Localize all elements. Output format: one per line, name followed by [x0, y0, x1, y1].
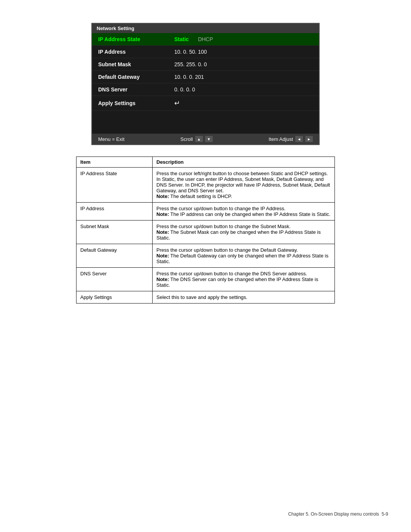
table-desc-2: Press the cursor up/down button to chang…: [153, 220, 335, 244]
osd-row-dns-server[interactable]: DNS Server 0. 0. 0. 0: [92, 83, 319, 96]
table-item-0: IP Address State: [76, 168, 153, 203]
table-row: IP Address StatePress the cursor left/ri…: [76, 168, 335, 203]
osd-label-default-gateway: Default Gateway: [98, 74, 174, 80]
table-desc-4: Press the cursor up/down button to chang…: [153, 268, 335, 291]
col-item-header: Item: [76, 157, 153, 168]
osd-footer-item-adjust: Item Adjust ◄ ►: [269, 136, 313, 142]
osd-label-ip-address: IP Address: [98, 49, 174, 55]
table-desc-1: Press the cursor up/down button to chang…: [153, 203, 335, 220]
osd-spacer: [92, 111, 319, 134]
osd-label-apply-settings: Apply Settings: [98, 100, 174, 106]
scroll-down-icon[interactable]: ▼: [205, 136, 213, 142]
osd-footer-menu: Menu = Exit: [98, 136, 124, 142]
table-row: Apply SettingsSelect this to save and ap…: [76, 291, 335, 304]
osd-value-ip-address-state: Static DHCP: [174, 36, 213, 42]
osd-item-adjust-label: Item Adjust: [269, 136, 293, 142]
table-row: DNS ServerPress the cursor up/down butto…: [76, 268, 335, 291]
osd-title: Network Setting: [97, 26, 134, 31]
osd-title-bar: Network Setting: [92, 24, 319, 33]
footer-chapter-text: Chapter 5. On-Screen Display menu contro…: [288, 511, 379, 517]
footer-page-number: 5-9: [382, 511, 388, 517]
osd-value-apply-settings: ↵: [174, 99, 180, 107]
description-table: Item Description IP Address StatePress t…: [76, 157, 335, 304]
table-desc-5: Select this to save and apply the settin…: [153, 291, 335, 304]
osd-row-subnet-mask[interactable]: Subnet Mask 255. 255. 0. 0: [92, 58, 319, 71]
table-item-3: Default Gateway: [76, 244, 153, 268]
osd-footer: Menu = Exit Scroll ▲ ▼ Item Adjust ◄ ►: [92, 134, 319, 144]
table-header-row: Item Description: [76, 157, 335, 168]
osd-value-subnet-mask: 255. 255. 0. 0: [174, 61, 207, 67]
osd-row-ip-address-state[interactable]: IP Address State Static DHCP: [92, 33, 319, 46]
col-description-header: Description: [153, 157, 335, 168]
table-item-4: DNS Server: [76, 268, 153, 291]
table-row: IP AddressPress the cursor up/down butto…: [76, 203, 335, 220]
item-adjust-right-icon[interactable]: ►: [305, 136, 313, 142]
osd-row-default-gateway[interactable]: Default Gateway 10. 0. 0. 201: [92, 71, 319, 83]
osd-row-ip-address[interactable]: IP Address 10. 0. 50. 100: [92, 46, 319, 58]
osd-footer-scroll: Scroll ▲ ▼: [180, 136, 213, 142]
osd-label-dns-server: DNS Server: [98, 86, 174, 93]
osd-static-value: Static: [174, 36, 189, 42]
table-desc-3: Press the cursor up/down button to chang…: [153, 244, 335, 268]
osd-menu-exit-label: Menu = Exit: [98, 136, 124, 142]
table-row: Default GatewayPress the cursor up/down …: [76, 244, 335, 268]
osd-body: IP Address State Static DHCP IP Address …: [92, 33, 319, 134]
table-item-1: IP Address: [76, 203, 153, 220]
scroll-up-icon[interactable]: ▲: [195, 136, 203, 142]
item-adjust-left-icon[interactable]: ◄: [295, 136, 303, 142]
description-table-wrapper: Item Description IP Address StatePress t…: [76, 157, 335, 304]
page-wrapper: Network Setting IP Address State Static …: [0, 0, 411, 532]
osd-row-apply-settings[interactable]: Apply Settings ↵: [92, 96, 319, 111]
osd-scroll-label: Scroll: [180, 136, 193, 142]
osd-label-subnet-mask: Subnet Mask: [98, 61, 174, 67]
osd-label-ip-address-state: IP Address State: [98, 36, 174, 42]
osd-value-dns-server: 0. 0. 0. 0: [174, 86, 195, 93]
table-item-5: Apply Settings: [76, 291, 153, 304]
osd-value-ip-address: 10. 0. 50. 100: [174, 49, 207, 55]
table-desc-0: Press the cursor left/right button to ch…: [153, 168, 335, 203]
osd-value-default-gateway: 10. 0. 0. 201: [174, 74, 204, 80]
table-item-2: Subnet Mask: [76, 220, 153, 244]
osd-panel: Network Setting IP Address State Static …: [91, 23, 320, 145]
page-footer: Chapter 5. On-Screen Display menu contro…: [288, 511, 388, 517]
table-row: Subnet MaskPress the cursor up/down butt…: [76, 220, 335, 244]
osd-dhcp-value: DHCP: [198, 36, 213, 42]
